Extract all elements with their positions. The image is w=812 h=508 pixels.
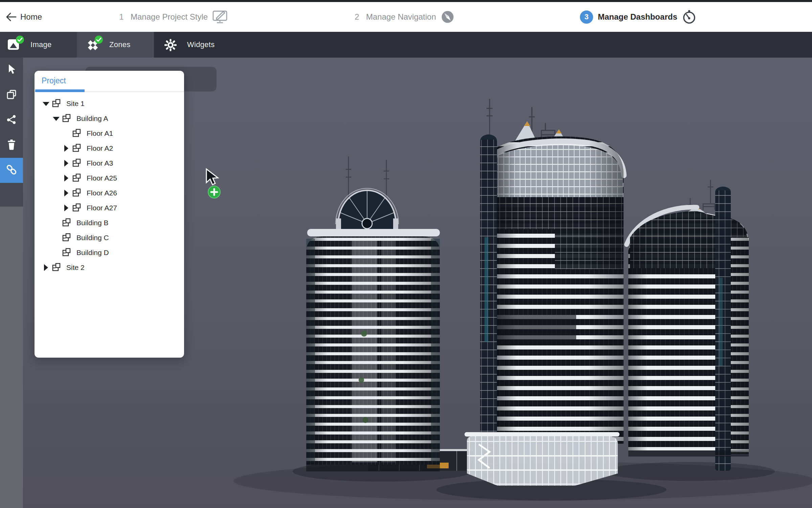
- floorplan-icon: [70, 143, 87, 154]
- tree-item-label: Floor A1: [87, 129, 113, 137]
- tab-label: Image: [30, 40, 52, 49]
- tree-item-building-c[interactable]: Building C: [35, 230, 184, 245]
- wizard-step-3[interactable]: 3 Manage Dashboards: [580, 2, 696, 32]
- active-tab-underline: [35, 89, 85, 92]
- step-number: 1: [117, 12, 126, 22]
- step-label: Manage Project Style: [131, 12, 208, 22]
- floorplan-icon: [60, 248, 76, 258]
- completed-check-badge: [16, 36, 24, 44]
- tool-select-cursor[interactable]: [0, 58, 23, 83]
- tool-overlap-shapes[interactable]: [0, 83, 23, 108]
- tree-item-label: Building D: [76, 249, 109, 257]
- floorplan-icon: [50, 262, 66, 273]
- expander-icon[interactable]: [63, 174, 70, 182]
- expander-icon[interactable]: [52, 115, 60, 122]
- floorplan-icon: [70, 188, 87, 198]
- home-label: Home: [20, 12, 42, 22]
- tab-zones[interactable]: Zones: [77, 32, 154, 58]
- floorplan-icon: [70, 203, 87, 213]
- expander-icon[interactable]: [42, 264, 50, 271]
- tab-widgets[interactable]: Widgets: [154, 32, 235, 58]
- tree-item-building-b[interactable]: Building B: [35, 215, 184, 230]
- floorplan-icon: [60, 233, 76, 243]
- floorplan-icon: [70, 173, 87, 184]
- expander-icon[interactable]: [63, 160, 70, 167]
- tree-item-floor-a26[interactable]: Floor A26: [35, 186, 184, 200]
- expander-icon: [52, 219, 60, 227]
- canvas[interactable]: Project Site 1 Building A Floor A1 Floor…: [0, 58, 812, 508]
- panel-tab-strip: Project: [35, 71, 184, 92]
- floorplan-icon: [70, 158, 87, 169]
- tree-item-building-a[interactable]: Building A: [35, 111, 184, 126]
- tree-item-floor-a25[interactable]: Floor A25: [35, 171, 184, 186]
- tab-image[interactable]: Image: [0, 32, 77, 58]
- tree-item-floor-a1[interactable]: Floor A1: [35, 126, 184, 141]
- floorplan-icon: [70, 128, 87, 139]
- project-tree: Site 1 Building A Floor A1 Floor A2 Floo…: [35, 96, 184, 275]
- tree-item-label: Floor A26: [87, 189, 117, 197]
- expander-icon[interactable]: [63, 145, 70, 152]
- step-number: 2: [353, 12, 361, 22]
- overlap-shapes-icon: [6, 89, 17, 101]
- expander-icon: [52, 249, 60, 256]
- editor-tab-bar: Image Zones Widgets: [0, 32, 812, 58]
- wizard-step-1[interactable]: 1 Manage Project Style: [117, 2, 228, 32]
- tree-item-floor-a2[interactable]: Floor A2: [35, 141, 184, 156]
- expander-icon[interactable]: [63, 204, 70, 212]
- tree-item-floor-a3[interactable]: Floor A3: [35, 156, 184, 171]
- tree-item-label: Building C: [76, 234, 109, 242]
- tree-item-label: Floor A27: [87, 204, 117, 212]
- tree-item-building-d[interactable]: Building D: [35, 245, 184, 260]
- tree-item-site-2[interactable]: Site 2: [35, 260, 184, 275]
- expander-icon[interactable]: [63, 189, 70, 197]
- tree-item-label: Site 1: [66, 100, 85, 108]
- project-tab[interactable]: Project: [42, 71, 66, 90]
- tree-item-floor-a27[interactable]: Floor A27: [35, 200, 184, 215]
- completed-check-badge: [95, 36, 103, 44]
- tree-item-site-1[interactable]: Site 1: [35, 96, 184, 111]
- tree-item-label: Floor A3: [87, 159, 113, 167]
- step-number: 3: [580, 10, 593, 24]
- top-bar: Home 1 Manage Project Style 2 Manage Nav…: [0, 2, 812, 32]
- tree-item-label: Building B: [76, 219, 109, 227]
- tool-share-nodes[interactable]: [0, 108, 23, 133]
- floorplan-icon: [60, 113, 76, 124]
- home-button[interactable]: Home: [5, 2, 42, 32]
- tree-item-label: Floor A25: [87, 174, 117, 182]
- link-icon: [5, 164, 18, 177]
- trash-icon: [6, 139, 17, 152]
- tool-trash[interactable]: [0, 133, 23, 158]
- floorplan-icon: [50, 99, 66, 109]
- tree-item-label: Building A: [76, 114, 108, 123]
- monitor-edit-icon: [212, 10, 228, 24]
- share-nodes-icon: [6, 114, 17, 126]
- zones-diamonds-icon: [86, 38, 100, 51]
- floorplan-icon: [60, 218, 76, 228]
- tool-palette: [0, 58, 23, 207]
- expander-icon[interactable]: [42, 100, 50, 107]
- back-arrow-icon: [5, 12, 17, 22]
- image-icon: [7, 38, 21, 51]
- expander-icon: [52, 234, 60, 241]
- project-panel: Project Site 1 Building A Floor A1 Floor…: [35, 71, 184, 358]
- tree-item-label: Site 2: [66, 263, 85, 272]
- gear-icon: [164, 38, 178, 51]
- tool-link[interactable]: [0, 158, 23, 183]
- tab-label: Zones: [109, 40, 131, 49]
- tab-label: Widgets: [187, 40, 215, 49]
- tree-item-label: Floor A2: [87, 144, 113, 152]
- gauge-icon: [682, 10, 696, 24]
- expander-icon: [63, 130, 70, 137]
- select-cursor-icon: [6, 64, 17, 77]
- wizard-step-2[interactable]: 2 Manage Navigation: [353, 2, 454, 32]
- step-label: Manage Navigation: [366, 12, 436, 22]
- step-label: Manage Dashboards: [598, 12, 677, 22]
- compass-icon: [441, 10, 454, 24]
